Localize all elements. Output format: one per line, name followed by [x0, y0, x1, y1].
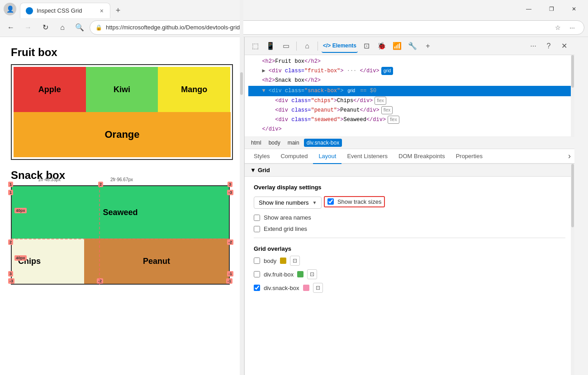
layout-panel: ▼ Grid Overlay display settings Show lin… — [245, 164, 574, 375]
show-area-names-checkbox[interactable] — [254, 215, 260, 221]
tree-scrollbar-track[interactable] — [571, 55, 574, 136]
search-button[interactable]: 🔍 — [72, 20, 87, 35]
overlay-body-label: body — [264, 258, 276, 264]
security-icon[interactable]: 🔧 — [406, 39, 419, 53]
snack-grid: Seaweed Chips Peanut — [11, 185, 230, 285]
breadcrumb-main[interactable]: main — [285, 139, 302, 147]
show-area-names-label: Show area names — [264, 214, 311, 221]
tree-line-chips: <div class="chips">Chips</div>flex — [248, 96, 571, 106]
maximize-button[interactable]: ❐ — [541, 2, 562, 16]
tree-line-fruit-box[interactable]: ▶ <div class="fruit-box"> ··· </div>grid — [248, 66, 571, 76]
page-scroll-thumb[interactable] — [240, 72, 243, 95]
overlay-body-color — [280, 258, 286, 264]
dock-icon[interactable]: ▭ — [279, 39, 293, 53]
overlay-snack-box-checkbox[interactable] — [254, 285, 260, 291]
home-button[interactable]: ⌂ — [55, 20, 70, 35]
corner-tr: 3 — [228, 182, 232, 187]
close-devtools-icon[interactable]: ✕ — [557, 39, 571, 53]
breadcrumb-html[interactable]: html — [248, 139, 264, 147]
fruit-box-title: Fruit box — [11, 46, 233, 59]
col-bot-neg1: -1 — [226, 278, 232, 284]
tree-line-h2-fruit: <h2>Fruit box</h2> — [248, 57, 571, 66]
performance-icon[interactable]: 🐞 — [375, 39, 389, 53]
overlay-snack-box-label: div.snack-box — [264, 285, 299, 291]
overlay-body-show-button[interactable]: ⊡ — [290, 256, 300, 266]
more-tools-icon[interactable]: ··· — [526, 39, 540, 53]
breadcrumb: html body main div.snack-box — [245, 137, 574, 149]
show-track-sizes-checkbox[interactable] — [327, 198, 334, 205]
breadcrumb-snack-box[interactable]: div.snack-box — [304, 139, 342, 147]
forward-button[interactable]: → — [21, 20, 35, 35]
overlay-body-row[interactable]: body ⊡ — [254, 256, 565, 266]
help-icon[interactable]: ? — [542, 39, 555, 53]
col-bot-neg2: -2 — [97, 278, 103, 284]
overlay-body-checkbox[interactable] — [254, 258, 260, 264]
tab-close-button[interactable]: × — [99, 6, 104, 15]
grid-section-title: Grid — [258, 167, 270, 173]
grid-overlays-title: Grid overlays — [254, 245, 565, 252]
overlay-fruit-box-show-button[interactable]: ⊡ — [307, 269, 317, 279]
add-tab-icon[interactable]: + — [421, 39, 435, 53]
close-button[interactable]: ✕ — [564, 2, 584, 16]
overlay-settings-title: Overlay display settings — [254, 184, 565, 191]
wifi-icon[interactable]: 📶 — [390, 39, 404, 53]
tab-styles[interactable]: Styles — [248, 149, 275, 164]
show-area-names-row[interactable]: Show area names — [254, 214, 565, 221]
panel-tabs: Styles Computed Layout Event Listeners D… — [245, 149, 574, 164]
minimize-button[interactable]: — — [518, 2, 539, 16]
overlay-snack-box-show-button[interactable]: ⊡ — [313, 283, 323, 293]
tree-line-close-div: </div> — [248, 125, 571, 134]
tab-computed[interactable]: Computed — [275, 149, 313, 164]
grid-section-header[interactable]: ▼ Grid — [245, 164, 574, 177]
address-text: https://microsoftedge.github.io/Demos/de… — [106, 24, 548, 31]
tree-line-seaweed: <div class="seaweed">Seaweed</div>flex — [248, 115, 571, 125]
network-icon[interactable]: ⊡ — [360, 39, 373, 53]
panel-scrollbar-track[interactable] — [571, 164, 574, 375]
dropdown-value: Show line numbers — [259, 199, 309, 206]
tab-layout[interactable]: Layout — [313, 149, 341, 164]
profile-icon[interactable]: 👤 — [4, 3, 16, 15]
back-button[interactable]: ← — [4, 20, 18, 35]
overlay-snack-box-color — [303, 285, 309, 291]
row-neg1: -1 — [227, 271, 233, 277]
tab-properties[interactable]: Properties — [450, 149, 488, 164]
tree-line-snack-box[interactable]: ▼ <div class="snack-box">grid== $0 — [248, 86, 571, 96]
tree-line-h2-snack: <h2>Snack box</h2> — [248, 76, 571, 85]
new-tab-button[interactable]: + — [110, 3, 126, 18]
toolbar-separator-2 — [318, 42, 318, 51]
panel-tabs-more[interactable]: › — [568, 151, 571, 161]
home-icon[interactable]: ⌂ — [300, 39, 314, 53]
extend-grid-lines-row[interactable]: Extend grid lines — [254, 225, 565, 232]
device-icon[interactable]: 📱 — [264, 39, 277, 53]
col-bot-neg3: -3 — [8, 278, 14, 284]
overlay-snack-box-row[interactable]: div.snack-box ⊡ — [254, 283, 565, 293]
tree-scrollbar-thumb[interactable] — [571, 55, 574, 88]
inspector-icon[interactable]: ⬚ — [248, 39, 262, 53]
dropdown-arrow-icon: ▼ — [313, 200, 317, 205]
overlay-fruit-box-checkbox[interactable] — [254, 271, 260, 277]
address-bar[interactable]: 🔒 https://microsoftedge.github.io/Demos/… — [90, 20, 584, 35]
show-track-sizes-row[interactable]: Show track sizes — [324, 196, 385, 207]
fruit-mango: Mango — [158, 67, 230, 112]
tab-event-listeners[interactable]: Event Listeners — [341, 149, 393, 164]
corner-tl: 1 — [8, 182, 13, 187]
panel-scrollbar-thumb[interactable] — [571, 164, 574, 227]
overlay-fruit-box-label: div.fruit-box — [264, 271, 294, 278]
breadcrumb-body[interactable]: body — [266, 139, 283, 147]
elements-tab-icon[interactable]: </> Elements — [322, 39, 358, 53]
more-button[interactable]: ··· — [566, 21, 579, 34]
extend-grid-lines-checkbox[interactable] — [254, 226, 260, 232]
tab-dom-breakpoints[interactable]: DOM Breakpoints — [393, 149, 450, 164]
favorite-button[interactable]: ☆ — [551, 21, 564, 34]
refresh-button[interactable]: ↻ — [38, 20, 52, 35]
fruit-kiwi: Kiwi — [86, 67, 158, 112]
page-scroll-track[interactable] — [240, 72, 243, 370]
page-content: Fruit box Apple Kiwi Mango Orange Snack … — [0, 37, 244, 375]
chips-cell: Chips — [12, 239, 84, 284]
browser-tab[interactable]: Inspect CSS Grid × — [20, 3, 110, 18]
overlay-fruit-box-color — [297, 271, 303, 277]
separator — [254, 238, 565, 238]
col2-track-label: 2fr·96.67px — [110, 177, 133, 182]
line-numbers-dropdown[interactable]: Show line numbers ▼ — [254, 197, 322, 209]
overlay-fruit-box-row[interactable]: div.fruit-box ⊡ — [254, 269, 565, 279]
